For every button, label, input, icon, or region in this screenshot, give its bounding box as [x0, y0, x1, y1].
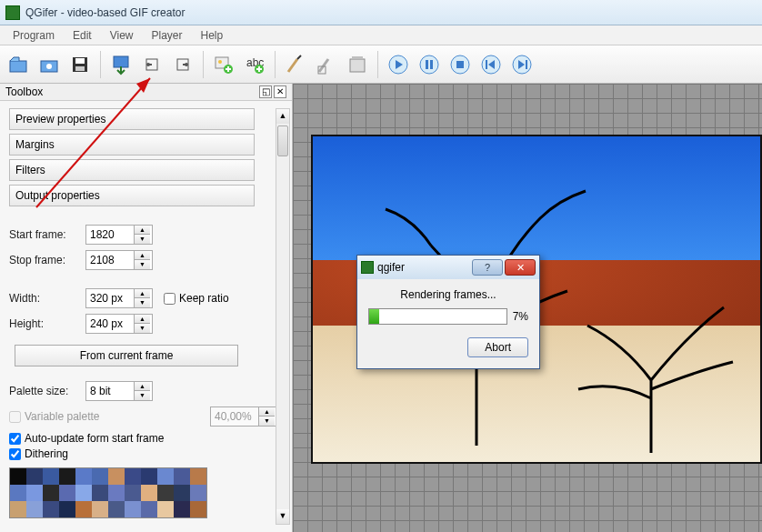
save-button[interactable]	[65, 50, 95, 79]
abort-button[interactable]: Abort	[467, 337, 528, 357]
toolbox-float-icon[interactable]: ◱	[259, 85, 272, 98]
toolbox-panel: Toolbox ◱ ✕ Preview properties Margins F…	[0, 84, 293, 532]
height-label: Height:	[9, 317, 80, 330]
width-label: Width:	[9, 292, 80, 305]
svg-point-19	[420, 55, 438, 74]
open-video-button[interactable]	[4, 50, 33, 79]
stop-frame-input[interactable]: ▲▼	[85, 250, 153, 270]
svg-point-10	[185, 63, 188, 66]
variable-palette-label: Variable palette	[25, 410, 100, 423]
app-icon	[5, 5, 20, 20]
toolbar: abc	[0, 45, 762, 84]
open-project-button[interactable]	[35, 50, 64, 79]
svg-point-2	[46, 64, 52, 69]
palette-swatches[interactable]	[9, 467, 207, 518]
sidebar-scrollbar[interactable]: ▲ ▼	[276, 108, 290, 525]
palette-size-input[interactable]: ▲▼	[85, 381, 153, 401]
window-title: QGifer - video-based GIF creator	[25, 6, 185, 19]
svg-rect-21	[430, 60, 433, 69]
from-current-frame-button[interactable]: From current frame	[15, 345, 238, 366]
filter-a-button[interactable]	[281, 50, 310, 79]
auto-update-label: Auto-update form start frame	[25, 432, 164, 445]
stop-frame-label: Stop frame:	[9, 254, 80, 266]
svg-rect-17	[350, 59, 365, 72]
svg-point-8	[146, 63, 150, 66]
filter-c-button[interactable]	[343, 50, 372, 79]
dithering-checkbox[interactable]	[9, 448, 21, 460]
menu-player[interactable]: Player	[143, 27, 192, 44]
section-output[interactable]: Output properties	[9, 185, 255, 206]
keep-ratio-checkbox[interactable]	[164, 293, 175, 305]
menu-help[interactable]: Help	[192, 27, 233, 44]
palette-size-label: Palette size:	[9, 385, 80, 397]
start-frame-input[interactable]: ▲▼	[85, 225, 153, 245]
height-input[interactable]: ▲▼	[85, 314, 153, 334]
play-button[interactable]	[384, 50, 413, 79]
svg-rect-25	[486, 60, 487, 69]
titlebar: QGifer - video-based GIF creator	[0, 0, 762, 25]
prev-frame-button[interactable]	[476, 50, 506, 79]
svg-rect-6	[114, 56, 128, 67]
render-dialog: qgifer ? ✕ Rendering frames... 7% Abort	[356, 255, 540, 369]
stop-button[interactable]	[446, 50, 475, 79]
keep-ratio-label: Keep ratio	[179, 292, 229, 305]
menu-program[interactable]: Program	[4, 27, 64, 44]
auto-update-checkbox[interactable]	[9, 433, 21, 445]
export-gif-button[interactable]	[106, 50, 135, 79]
progress-bar	[368, 308, 507, 325]
svg-rect-20	[426, 60, 428, 69]
add-text-button[interactable]: abc	[240, 50, 269, 79]
next-frame-button[interactable]	[507, 50, 536, 79]
svg-rect-5	[75, 66, 85, 71]
dialog-close-button[interactable]: ✕	[505, 259, 536, 276]
set-start-button[interactable]	[137, 50, 166, 79]
dialog-title: qgifer	[377, 261, 470, 274]
svg-rect-23	[456, 61, 464, 68]
dialog-help-button[interactable]: ?	[472, 259, 503, 276]
menu-view[interactable]: View	[101, 27, 143, 44]
svg-rect-27	[526, 60, 527, 69]
svg-point-12	[218, 60, 222, 64]
menu-edit[interactable]: Edit	[64, 27, 101, 44]
menubar: Program Edit View Player Help	[0, 25, 762, 45]
add-image-button[interactable]	[209, 50, 238, 79]
dithering-label: Dithering	[25, 447, 68, 460]
svg-rect-0	[10, 61, 26, 72]
filter-b-button[interactable]	[312, 50, 341, 79]
section-filters[interactable]: Filters	[9, 159, 255, 181]
toolbox-title: Toolbox	[5, 85, 257, 98]
variable-palette-checkbox[interactable]	[9, 411, 21, 423]
dialog-status: Rendering frames...	[368, 288, 528, 301]
progress-percent: 7%	[513, 310, 528, 323]
tree-silhouette-2	[560, 271, 742, 453]
toolbox-close-icon[interactable]: ✕	[274, 85, 286, 98]
set-stop-button[interactable]	[168, 50, 197, 79]
section-preview[interactable]: Preview properties	[9, 108, 255, 130]
variable-palette-pct-input[interactable]: ▲▼	[210, 407, 283, 427]
width-input[interactable]: ▲▼	[85, 288, 153, 308]
section-margins[interactable]: Margins	[9, 134, 255, 156]
dialog-app-icon	[361, 261, 374, 274]
start-frame-label: Start frame:	[9, 228, 80, 241]
pause-button[interactable]	[415, 50, 444, 79]
svg-rect-4	[75, 58, 85, 64]
